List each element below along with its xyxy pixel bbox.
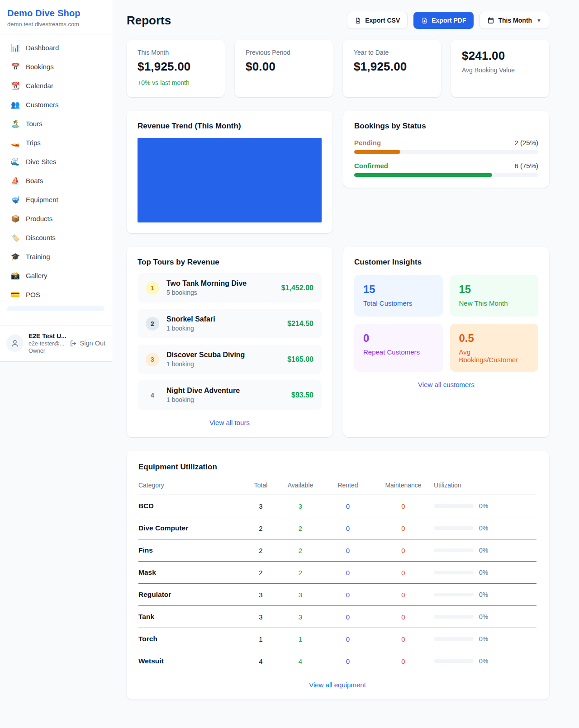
sidebar-item-customers[interactable]: 👥Customers xyxy=(5,97,106,113)
sidebar-item-dive-sites[interactable]: 🌊Dive Sites xyxy=(5,154,106,170)
cell-total: 2 xyxy=(244,547,278,554)
revenue-trend-bar xyxy=(138,138,322,222)
tour-name: Night Dive Adventure xyxy=(166,387,284,395)
stat-label: Avg Booking Value xyxy=(462,66,538,74)
cell-total: 2 xyxy=(244,525,278,532)
sidebar-item-label: Trips xyxy=(26,139,41,147)
sidebar-item-boats[interactable]: ⛵Boats xyxy=(5,173,106,189)
cell-available: 2 xyxy=(278,547,323,554)
status-row-confirmed: Confirmed 6 (75%) xyxy=(354,162,538,177)
sidebar-item-calendar[interactable]: 📆Calendar xyxy=(5,78,106,94)
sidebar-item-bookings[interactable]: 📅Bookings xyxy=(5,59,106,75)
cell-total: 3 xyxy=(244,613,278,621)
sidebar-item-discounts[interactable]: 🏷️Discounts xyxy=(5,230,106,246)
sidebar: Demo Dive Shop demo.test.divestreams.com… xyxy=(0,0,112,362)
cell-utilization: 0% xyxy=(434,525,536,532)
sidebar-item-tours[interactable]: 🏝️Tours xyxy=(5,116,106,132)
cell-utilization: 0% xyxy=(434,502,536,510)
sidebar-item-pos[interactable]: 💳POS xyxy=(5,287,106,303)
col-available: Available xyxy=(278,482,323,489)
cell-total: 4 xyxy=(244,657,278,665)
sidebar-item-label: Equipment xyxy=(26,196,58,203)
insight-new-this-month: 15 New This Month xyxy=(450,275,539,317)
tour-bookings: 1 booking xyxy=(166,360,280,368)
tour-bookings: 1 booking xyxy=(166,325,280,332)
utilization-text: 0% xyxy=(479,591,488,598)
sidebar-item-reports-partial[interactable] xyxy=(7,306,104,311)
insight-label: New This Month xyxy=(459,299,530,307)
calendar-outline-icon xyxy=(487,17,494,24)
cell-maintenance: 0 xyxy=(373,591,434,599)
view-all-customers-link[interactable]: View all customers xyxy=(354,381,538,388)
table-row: Regulator 3 3 0 0 0% xyxy=(138,584,536,606)
sign-out-icon xyxy=(70,340,77,347)
utilization-text: 0% xyxy=(479,502,488,510)
export-pdf-label: Export PDF xyxy=(432,17,466,24)
cell-utilization: 0% xyxy=(434,569,536,576)
tour-row: 2 Snorkel Safari 1 booking $214.50 xyxy=(138,309,322,338)
charts-row: Revenue Trend (This Month) Bookings by S… xyxy=(127,111,549,233)
utilization-text: 0% xyxy=(479,525,488,532)
period-dropdown[interactable]: This Month ▼ xyxy=(479,12,549,29)
cell-maintenance: 0 xyxy=(373,525,434,532)
tour-name: Discover Scuba Diving xyxy=(166,351,280,359)
rank-badge: 4 xyxy=(146,388,159,402)
cell-rented: 0 xyxy=(323,635,373,643)
cell-rented: 0 xyxy=(323,591,373,599)
sidebar-item-gallery[interactable]: 📸Gallery xyxy=(5,268,106,284)
sidebar-item-products[interactable]: 📦Products xyxy=(5,211,106,227)
credit-card-icon: 💳 xyxy=(11,291,20,298)
tour-name: Snorkel Safari xyxy=(166,315,280,323)
equipment-utilization-card: Equipment Utilization Category Total Ava… xyxy=(127,451,549,700)
utilization-text: 0% xyxy=(479,547,488,554)
status-bar-fill xyxy=(354,150,400,154)
insight-label: Repeat Customers xyxy=(363,348,434,356)
tour-amount: $93.50 xyxy=(291,391,313,399)
stat-value: $0.00 xyxy=(246,60,322,74)
stat-card-avg-booking-value: $241.00 Avg Booking Value xyxy=(451,40,549,97)
customer-insights-title: Customer Insights xyxy=(354,258,538,267)
view-all-tours-link[interactable]: View all tours xyxy=(138,419,322,426)
sign-out-button[interactable]: Sign Out xyxy=(70,340,105,347)
cell-rented: 0 xyxy=(323,547,373,554)
diving-mask-icon: 🤿 xyxy=(11,196,20,203)
sidebar-item-label: Discounts xyxy=(26,234,56,241)
cell-rented: 0 xyxy=(323,569,373,577)
brand: Demo Dive Shop demo.test.divestreams.com xyxy=(0,0,112,34)
tour-row: 1 Two Tank Morning Dive 5 bookings $1,45… xyxy=(138,273,322,303)
stats-row: This Month $1,925.00 +0% vs last month P… xyxy=(127,40,549,97)
table-row: Dive Computer 2 2 0 0 0% xyxy=(138,517,536,539)
user-email: e2e-tester@... xyxy=(28,340,65,347)
cell-utilization: 0% xyxy=(434,613,536,620)
sidebar-item-label: Bookings xyxy=(26,63,54,71)
export-csv-button[interactable]: Export CSV xyxy=(347,12,408,29)
stat-value: $1,925.00 xyxy=(138,60,214,74)
sidebar-item-label: Customers xyxy=(26,101,59,109)
sidebar-item-equipment[interactable]: 🤿Equipment xyxy=(5,192,106,208)
sidebar-item-label: POS xyxy=(26,291,40,298)
stat-delta: +0% vs last month xyxy=(138,79,214,86)
export-pdf-button[interactable]: Export PDF xyxy=(413,12,474,29)
sidebar-item-label: Gallery xyxy=(26,272,47,279)
sailboat-icon: ⛵ xyxy=(11,177,20,184)
sidebar-item-trips[interactable]: 🚤Trips xyxy=(5,135,106,151)
calendar-icon: 📆 xyxy=(11,82,20,90)
utilization-text: 0% xyxy=(479,569,488,576)
col-maintenance: Maintenance xyxy=(373,482,434,489)
insight-value: 15 xyxy=(459,283,530,296)
file-download-icon xyxy=(421,17,428,24)
insight-repeat-customers: 0 Repeat Customers xyxy=(354,324,443,372)
cell-maintenance: 0 xyxy=(373,635,434,643)
sidebar-item-label: Products xyxy=(26,215,52,222)
view-all-equipment-link[interactable]: View all equipment xyxy=(138,681,536,689)
island-icon: 🏝️ xyxy=(11,120,20,128)
stat-label: Previous Period xyxy=(246,49,322,56)
cell-rented: 0 xyxy=(323,525,373,532)
sidebar-item-training[interactable]: 🎓Training xyxy=(5,249,106,265)
rank-badge: 1 xyxy=(146,281,159,295)
cell-total: 3 xyxy=(244,502,278,510)
user-meta: E2E Test U... e2e-tester@... Owner xyxy=(28,332,65,354)
header-actions: Export CSV Export PDF This Month ▼ xyxy=(347,12,549,29)
sidebar-item-dashboard[interactable]: 📊Dashboard xyxy=(5,40,106,56)
stat-label: Year to Date xyxy=(354,49,430,56)
